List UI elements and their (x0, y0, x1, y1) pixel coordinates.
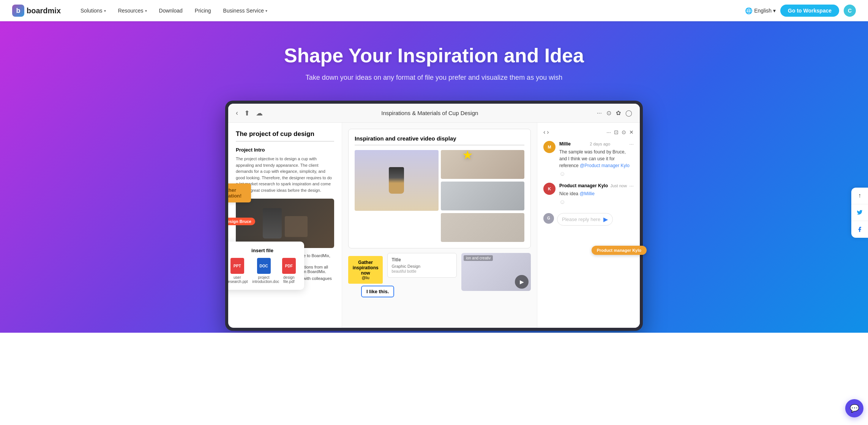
nav-right: 🌐 English ▾ Go to Workspace C (745, 5, 856, 17)
reply-placeholder: Please reply here (562, 216, 600, 222)
send-icon[interactable]: ▶ (603, 216, 608, 223)
back-icon[interactable]: ‹ (236, 109, 238, 117)
facebook-button[interactable] (851, 221, 868, 238)
reply-area: G Please reply here ▶ (543, 211, 634, 226)
toolbar-left: ‹ ⬆ ☁ (236, 109, 263, 117)
nav-solutions[interactable]: Solutions ▾ (76, 5, 110, 16)
mockup-toolbar: ‹ ⬆ ☁ Inspirations & Materials of Cup De… (228, 104, 640, 123)
cloud-icon[interactable]: ☁ (256, 109, 263, 117)
chevron-down-icon: ▾ (773, 8, 776, 14)
nav-logo[interactable]: b boardmix (12, 5, 61, 17)
comment-actions: ··· ⊡ ⊙ ✕ (606, 129, 634, 135)
toolbar-right: ··· ⊙ ✿ ◯ (597, 109, 632, 117)
gather-sticky-note: Gather inspirations now @liu (348, 256, 383, 284)
inspiration-card: Inspiration and creative video display (348, 129, 531, 248)
logo-text: boardmix (27, 6, 61, 15)
close-icon[interactable]: ✕ (629, 129, 634, 135)
more-icon[interactable]: ··· (606, 129, 611, 135)
kylo-avatar: K (543, 183, 556, 195)
texture-image-3 (441, 213, 525, 242)
comment-more-icon[interactable]: ··· (629, 141, 634, 147)
guest-avatar: G (543, 213, 554, 224)
timer-icon[interactable]: ⊙ (606, 109, 611, 117)
comment-name-row: Millie 2 days ago ··· (559, 141, 634, 147)
twitter-button[interactable] (851, 204, 868, 221)
reply-box[interactable]: Please reply here ▶ (557, 213, 613, 226)
doc-icon: DOC (257, 258, 271, 274)
next-icon[interactable]: › (547, 129, 549, 136)
nav-pricing[interactable]: Pricing (190, 5, 216, 16)
language-selector[interactable]: 🌐 English ▾ (745, 7, 776, 14)
mention: @Millie (579, 191, 595, 196)
millie-avatar: M (543, 141, 556, 153)
bottle-icon (389, 167, 404, 194)
chat-icon[interactable]: ◯ (625, 109, 632, 117)
divider (236, 141, 334, 142)
avatar[interactable]: C (844, 5, 856, 17)
divider (355, 145, 524, 145)
mockup-content: The project of cup design Project Intro … (228, 123, 640, 328)
video-thumbnail: ▶ ion and creativ (461, 253, 531, 291)
product-manager-tag: Product manager Kylo (592, 246, 647, 255)
star-icon: ★ (462, 148, 473, 162)
more-icon[interactable]: ··· (597, 110, 602, 117)
comment-item: M Millie 2 days ago ··· The sample was f… (543, 141, 634, 177)
chevron-down-icon: ▾ (145, 9, 147, 13)
pdf-icon: PDF (282, 258, 296, 274)
comment-name-row: Product manager Kylo Just now ··· (559, 183, 634, 189)
expand-icon[interactable]: ⊡ (614, 129, 619, 135)
comment-body: Product manager Kylo Just now ··· Nice i… (559, 183, 634, 205)
left-panel-title: The project of cup design (236, 130, 334, 138)
file-name: project introduction.doc (253, 275, 275, 284)
react-icon[interactable]: ☺ (559, 171, 634, 177)
mockup-inner: ‹ ⬆ ☁ Inspirations & Materials of Cup De… (228, 104, 640, 328)
check-icon[interactable]: ⊙ (622, 129, 626, 135)
section-title: Project Intro (236, 147, 334, 153)
comment-item: K Product manager Kylo Just now ··· Nice… (543, 183, 634, 205)
collab-icon[interactable]: ✿ (616, 109, 621, 117)
upload-icon[interactable]: ⬆ (244, 109, 250, 117)
insert-file-items: PPT user research.ppt DOC project introd… (228, 258, 298, 284)
main-product-image (355, 150, 439, 211)
i-like-this-note: I like this. (361, 286, 394, 297)
comment-nav: ‹ › (543, 129, 549, 136)
nav-resources[interactable]: Resources ▾ (114, 5, 152, 16)
hero-section: Shape Your Inspiration and Idea Take dow… (0, 21, 868, 333)
logo-icon: b (12, 5, 24, 17)
app-mockup: ‹ ⬆ ☁ Inspirations & Materials of Cup De… (225, 101, 643, 331)
comment-time: Just now (610, 183, 627, 188)
comment-body: Millie 2 days ago ··· The sample was fou… (559, 141, 634, 177)
commenter-name: Millie (559, 141, 571, 147)
nav-business-service[interactable]: Business Service ▾ (219, 5, 272, 16)
play-button[interactable]: ▶ (515, 275, 529, 289)
nav-download[interactable]: Download (155, 5, 187, 16)
hero-title: Shape Your Inspiration and Idea (284, 44, 584, 67)
left-panel: The project of cup design Project Intro … (228, 123, 342, 328)
react-icon[interactable]: ☺ (559, 199, 634, 205)
insert-file-title: insert file (228, 248, 298, 253)
image-grid (355, 150, 524, 242)
chevron-down-icon: ▾ (104, 9, 106, 13)
scroll-up-button[interactable]: ↑ (851, 188, 868, 204)
mention: @Product manager Kylo (580, 163, 630, 168)
prev-icon[interactable]: ‹ (543, 129, 545, 136)
texture-image-2 (441, 182, 525, 210)
card-title: Inspiration and creative video display (355, 135, 524, 142)
comment-header: ‹ › ··· ⊡ ⊙ ✕ (543, 129, 634, 136)
hero-subtitle: Take down your ideas on any format of fi… (306, 74, 562, 82)
comment-more-icon[interactable]: ··· (629, 183, 634, 189)
file-item-pdf: PDF design file.pdf (280, 258, 298, 284)
insert-file-overlay: insert file PPT user research.ppt DOC pr… (228, 242, 304, 290)
file-name: user research.ppt (228, 275, 248, 284)
document-title: Inspirations & Materials of Cup Design (381, 110, 478, 116)
comment-text: The sample was found by Bruce, and I thi… (559, 149, 634, 169)
side-social: ↑ (851, 188, 868, 238)
workspace-button[interactable]: Go to Workspace (780, 5, 839, 17)
texture-image-1 (441, 150, 525, 179)
comment-text: Nice idea @Millie (559, 190, 634, 197)
navbar: b boardmix Solutions ▾ Resources ▾ Downl… (0, 0, 868, 21)
gather-inspiration-overlay: Gather inspiration! (228, 183, 251, 202)
design-bruce-tag: Design Bruce (228, 218, 255, 225)
commenter-name: Product manager Kylo (559, 183, 608, 188)
center-panel: ★ Inspiration and creative video display (342, 123, 537, 328)
